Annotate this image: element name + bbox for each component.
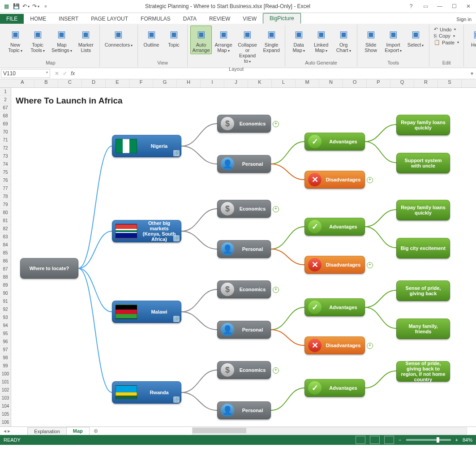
column-header[interactable]: M — [296, 79, 319, 87]
worksheet-canvas[interactable]: Where To Launch in Africa Where to locat… — [11, 88, 476, 426]
column-header[interactable]: O — [343, 79, 367, 87]
expand-icon[interactable]: + — [273, 206, 279, 212]
zoom-slider-thumb[interactable] — [437, 437, 439, 443]
column-header[interactable]: D — [82, 79, 106, 87]
mindmap-economics[interactable]: $Economics — [217, 115, 271, 133]
expand-icon[interactable]: + — [367, 177, 373, 183]
row-header[interactable]: 100 — [0, 370, 11, 378]
ribbon-display-icon[interactable]: ▭ — [420, 1, 430, 11]
row-header[interactable]: 106 — [0, 418, 11, 426]
row-header[interactable]: 84 — [0, 241, 11, 249]
ribbon-arrange-map-button[interactable]: ▣ArrangeMap▾ — [213, 26, 234, 55]
row-header[interactable]: 96 — [0, 338, 11, 346]
column-header[interactable]: Q — [390, 79, 414, 87]
tab-formulas[interactable]: FORMULAS — [134, 14, 177, 24]
mindmap-branch-rw[interactable]: Rwanda🔗 — [112, 381, 181, 404]
row-header[interactable]: 72 — [0, 144, 11, 152]
row-header[interactable]: 91 — [0, 297, 11, 306]
mindmap-leaf[interactable]: Sense of pride, giving back — [396, 280, 450, 301]
column-header[interactable]: L — [272, 79, 296, 87]
tab-file[interactable]: FILE — [0, 14, 24, 24]
row-header[interactable]: 83 — [0, 233, 11, 241]
row-header[interactable]: 68 — [0, 112, 11, 120]
ribbon-import-export-button[interactable]: ▣ImportExport▾ — [382, 26, 404, 55]
help-icon[interactable]: ? — [406, 1, 416, 11]
ribbon-topic-tools-button[interactable]: ▣TopicTools▾ — [27, 26, 48, 55]
row-header[interactable]: 74 — [0, 160, 11, 168]
ribbon-slide-show-button[interactable]: ▣SlideShow — [360, 26, 382, 54]
column-header[interactable]: J — [224, 79, 248, 87]
row-header[interactable]: 102 — [0, 386, 11, 394]
mindmap-leaf[interactable]: Repay family loans quickly — [396, 115, 450, 135]
ribbon-undo-button[interactable]: ↶ Undo ▾ — [434, 26, 459, 32]
mindmap-advantages[interactable]: ✓Advantages — [304, 218, 365, 236]
new-sheet-button[interactable]: ⊕ — [89, 427, 103, 435]
minimize-icon[interactable]: — — [435, 1, 445, 11]
row-header[interactable]: 75 — [0, 168, 11, 176]
column-header[interactable]: N — [319, 79, 343, 87]
save-icon[interactable]: 💾 — [13, 3, 20, 10]
mindmap-advantages[interactable]: ✓Advantages — [304, 133, 365, 151]
column-header[interactable]: B — [34, 79, 58, 87]
mindmap-branch-za[interactable]: Other big markets (Kenya, South Africa)🔗 — [112, 220, 181, 242]
row-header[interactable]: 87 — [0, 265, 11, 273]
mindmap-economics[interactable]: $Economics — [217, 200, 271, 218]
row-header[interactable]: 79 — [0, 201, 11, 209]
horizontal-scrollbar[interactable] — [192, 427, 467, 435]
attachment-icon[interactable]: 🔗 — [173, 150, 180, 156]
ribbon-org-chart-button[interactable]: ▣OrgChart▾ — [333, 26, 354, 55]
ribbon-outline-button[interactable]: ▣Outline — [141, 26, 162, 49]
ribbon-linked-map-button[interactable]: ▣LinkedMap▾ — [310, 26, 332, 55]
ribbon-paste-button[interactable]: 📋 Paste ▾ — [434, 39, 459, 45]
close-icon[interactable]: ✕ — [463, 1, 473, 11]
sign-in-link[interactable]: Sign in — [452, 15, 476, 24]
mindmap-personal[interactable]: 👤Personal — [217, 321, 271, 339]
mindmap-disadvantages[interactable]: ✕Disadvantages — [304, 336, 365, 354]
column-header[interactable]: H — [177, 79, 201, 87]
expand-icon[interactable]: + — [367, 262, 373, 268]
column-header[interactable]: P — [367, 79, 390, 87]
row-header[interactable]: 92 — [0, 306, 11, 314]
column-header[interactable]: G — [153, 79, 177, 87]
sheet-tab-map[interactable]: Map — [66, 427, 90, 435]
name-box[interactable]: V110▾ — [1, 69, 50, 78]
row-header[interactable]: 80 — [0, 209, 11, 217]
column-header[interactable]: A — [11, 79, 34, 87]
ribbon-collapse-or-expand-to-button[interactable]: ▣Collapse orExpand to▾ — [235, 26, 260, 66]
row-header[interactable]: 95 — [0, 330, 11, 338]
tab-page-layout[interactable]: PAGE LAYOUT — [85, 14, 134, 24]
column-header[interactable]: K — [248, 79, 272, 87]
mindmap-economics[interactable]: $Economics — [217, 280, 271, 298]
attachment-icon[interactable]: 🔗 — [173, 396, 180, 403]
expand-icon[interactable]: + — [367, 343, 373, 349]
mindmap-leaf[interactable]: Repay family loans quickly — [396, 200, 450, 220]
column-header[interactable]: I — [201, 79, 224, 87]
zoom-slider[interactable] — [406, 439, 451, 441]
row-header[interactable]: 97 — [0, 346, 11, 354]
ribbon-help-button[interactable]: ▣Help▾ — [467, 26, 476, 50]
expand-icon[interactable]: + — [273, 367, 279, 374]
tab-insert[interactable]: INSERT — [52, 14, 85, 24]
ribbon-data-map-button[interactable]: ▣DataMap▾ — [288, 26, 309, 55]
row-header[interactable]: 88 — [0, 273, 11, 281]
column-header[interactable]: C — [58, 79, 82, 87]
scrollbar-thumb[interactable] — [193, 428, 246, 433]
row-header[interactable]: 85 — [0, 249, 11, 257]
mindmap-advantages[interactable]: ✓Advantages — [304, 379, 365, 397]
mindmap-branch-mw[interactable]: Malawi🔗 — [112, 301, 181, 323]
row-header[interactable]: 2 — [0, 96, 11, 104]
row-header[interactable]: 73 — [0, 152, 11, 160]
mindmap-root[interactable]: Where to locate? — [20, 258, 78, 279]
row-header[interactable]: 105 — [0, 410, 11, 418]
row-header[interactable]: 104 — [0, 402, 11, 410]
sheet-nav[interactable]: ◂ ▸ — [0, 428, 14, 434]
qat-customize-icon[interactable]: ≡ — [42, 3, 49, 10]
sheet-tab-explanation[interactable]: Explanation — [27, 427, 67, 435]
row-header[interactable]: 67 — [0, 104, 11, 112]
row-header[interactable]: 86 — [0, 257, 11, 265]
ribbon-marker-lists-button[interactable]: ▣MarkerLists — [75, 26, 97, 54]
expand-icon[interactable]: + — [273, 287, 279, 293]
zoom-level[interactable]: 84% — [463, 437, 472, 443]
ribbon-single-expand-button[interactable]: ▣SingleExpand — [261, 26, 282, 54]
undo-icon[interactable]: ↶▾ — [22, 3, 30, 10]
